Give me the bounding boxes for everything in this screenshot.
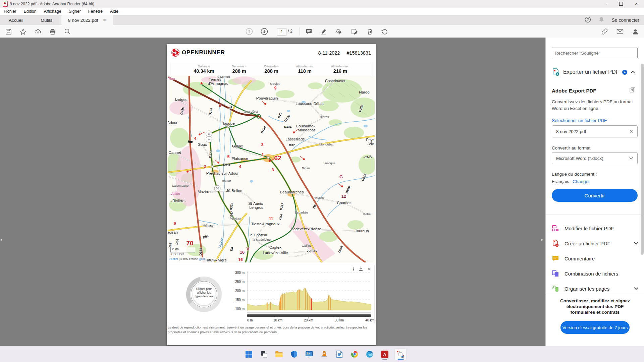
sidebar-item-create-pdf[interactable]: Créer un fichier PDF [552,238,638,248]
chrome-icon[interactable] [348,348,361,360]
map-label: Courdérot [244,110,258,113]
menu-aide[interactable]: Aide [106,9,122,14]
document-area[interactable]: ▸ ▸ OPENRUNNER 8-11-2022 #158138 [0,38,545,346]
writer-icon[interactable] [333,348,345,360]
stat-altitude-max: Altitude max.216 m [331,64,350,74]
map-label: 16 [238,258,243,262]
help-icon[interactable]: ? [585,16,591,24]
ign-link[interactable]: ign.fr [199,257,205,261]
sidebar-item-combine-files[interactable]: Combinaison de fichiers [552,268,638,279]
search-icon[interactable] [63,27,72,36]
remove-file-icon[interactable]: ✕ [629,129,633,134]
vlc-icon[interactable] [318,348,330,360]
sidebar-scrollbar[interactable] [641,64,644,255]
map-label: Courties [337,201,352,205]
tab-outils[interactable]: Outils [32,15,61,25]
disclaimer-text: Le droit de reproduction est strictement… [168,325,373,334]
maximize-button[interactable] [613,0,629,8]
format-label: Convertir au format [552,145,591,150]
comment-icon [552,255,559,262]
route-date: 8-11-2022 [318,50,340,56]
close-button[interactable]: ✕ [629,0,644,8]
map-label: d'Armagnac [208,82,228,86]
svg-text:20 km: 20 km [304,318,313,322]
close-icon[interactable]: ✕ [368,267,371,272]
star-icon[interactable] [19,27,28,36]
menu-affichage[interactable]: Affichage [40,9,65,14]
cloud-upload-icon[interactable] [34,27,42,36]
save-icon[interactable] [4,27,13,36]
fill-sign-tool-icon[interactable] [350,27,359,36]
map-label: Préchac-sur-Adour [206,172,239,176]
map-label: 3 [272,168,274,172]
map-label: Julitte [171,192,180,195]
delete-pages-icon[interactable] [365,27,374,36]
menu-signer[interactable]: Signer [65,9,85,14]
promo-text: Convertissez, modifiez et signez électro… [552,298,638,315]
map-label: Beaumarchés [280,190,304,194]
page-down-icon[interactable] [260,27,269,36]
map-label: Castex [269,246,281,250]
sidebar-item-comment[interactable]: Commentaire [552,253,638,263]
task-view-icon[interactable] [258,348,270,360]
tab-accueil[interactable]: Accueil [0,15,32,25]
change-language-link[interactable]: Changer [573,179,590,184]
tab-document[interactable]: 8 nov 2022.pdf ✕ [61,15,113,25]
chevron-up-icon[interactable] [631,71,635,73]
export-pdf-panel-header[interactable]: Exporter un fichier PDF ★ [552,67,638,77]
sign-in-button[interactable]: Se connecter [612,17,640,23]
map-label: la Madeleine [253,238,271,241]
defender-icon[interactable] [288,348,300,360]
stat-altitude-min: Altitude min.118 m [296,64,314,74]
map-label: 1 [262,153,264,157]
info-icon[interactable]: i [353,267,354,272]
svg-text:250 m: 250 m [235,280,245,284]
map-label: Ladevèze-Ville [263,251,288,255]
page-up-icon[interactable] [245,27,254,36]
comment-tool-icon[interactable] [305,27,313,36]
select-file-link[interactable]: Sélectionner un fichier PDF [552,118,607,123]
acrobat-icon[interactable]: A [379,348,391,360]
left-panel-toggle-icon[interactable]: ▸ [1,237,3,242]
sidebar-item-edit-pdf[interactable]: Modifier le fichier PDF [552,223,638,233]
highlight-tool-icon[interactable] [319,27,328,36]
system-icon[interactable] [303,348,315,360]
explorer-icon[interactable] [273,348,285,360]
map-label: D117 [279,202,284,210]
mail-icon[interactable] [615,27,624,36]
map-label: adiran [168,231,178,235]
menu-fichier[interactable]: Fichier [0,9,20,14]
leaflet-link[interactable]: Leaflet [169,257,178,261]
menu-edition[interactable]: Edition [20,9,40,14]
start-icon[interactable] [243,348,255,360]
format-select[interactable]: Microsoft Word (*.docx) [552,152,638,164]
openrunner-logo-icon [171,48,180,57]
rotate-icon[interactable] [380,27,389,36]
convert-button[interactable]: Convertir [552,189,638,202]
page-number-input[interactable]: 1 [277,28,286,36]
map-label: Lasserrade [285,137,305,141]
sidebar-item-organize-pages[interactable]: Organiser les pages [552,284,638,294]
download-icon[interactable] [359,266,363,272]
print-icon[interactable] [48,27,57,36]
free-trial-button[interactable]: Version d'essai gratuite de 7 jours [560,321,630,334]
right-panel-toggle-icon[interactable]: ▸ [541,237,543,242]
snipping-icon[interactable] [394,348,407,360]
notifications-bell-icon[interactable] [598,16,604,24]
route-map[interactable]: TourTermes-d'Armagnacle MimortMeujotCast… [168,76,375,262]
taskbar: A 19:31 08/11/2022 2 [0,346,644,362]
sign-tool-icon[interactable] [334,27,343,36]
pdf-page: OPENRUNNER 8-11-2022 #15813831 Distance4… [167,44,376,345]
menu-fenetre[interactable]: Fenêtre [85,9,106,14]
svg-text:0 m: 0 m [247,318,253,322]
edge-icon[interactable] [364,348,376,360]
map-label: D367 [229,211,233,219]
selected-file-box[interactable]: 8 nov 2022.pdf ✕ [552,125,638,137]
minimize-button[interactable] [598,0,613,8]
close-tab-icon[interactable]: ✕ [103,18,106,22]
link-share-icon[interactable] [600,27,609,36]
map-label: 2 [204,165,206,169]
profile-icon[interactable] [631,27,640,36]
tools-search-input[interactable] [552,48,638,58]
adobe-export-pdf-title: Adobe Export PDF [552,88,596,94]
